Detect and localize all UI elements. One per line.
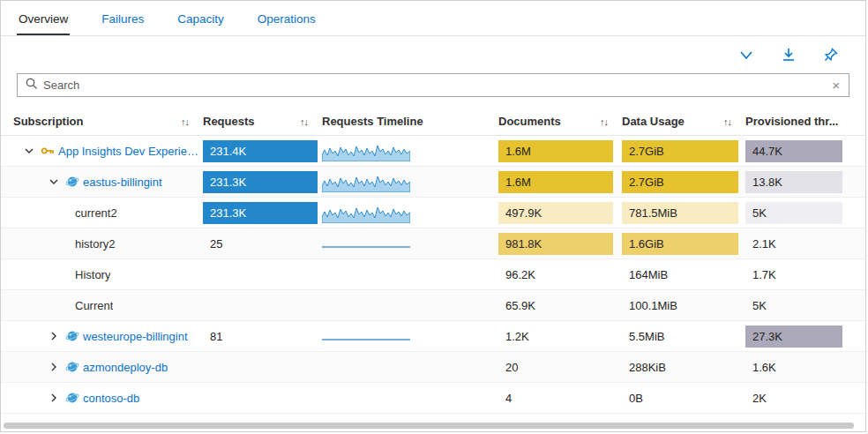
row-label[interactable]: current2: [75, 206, 117, 220]
data-usage-value-bar: 5.5MiB: [622, 326, 738, 348]
sparkline-chart: [322, 171, 412, 192]
expander-chevron-icon[interactable]: [47, 393, 61, 403]
sort-icon: ↑↓: [181, 116, 189, 127]
documents-value-bar: 497.9K: [498, 202, 613, 224]
sparkline-chart: [322, 326, 412, 347]
row-label[interactable]: Current: [75, 299, 113, 312]
requests-timeline-cell: [322, 202, 498, 223]
flat-sparkline: [322, 246, 410, 248]
column-header-data-usage[interactable]: Data Usage ↑↓: [622, 115, 745, 128]
search-input[interactable]: [38, 79, 830, 92]
requests-timeline-cell: [322, 233, 498, 254]
provisioned-value-bar: 1.7K: [745, 264, 842, 286]
requests-timeline-cell: [322, 356, 498, 378]
data-usage-value-bar: 1.6GiB: [622, 233, 738, 255]
tab-capacity[interactable]: Capacity: [176, 4, 226, 35]
expander-chevron-icon[interactable]: [47, 176, 61, 187]
sparkline-chart: [322, 233, 412, 254]
tab-bar: Overview Failures Capacity Operations: [1, 1, 865, 36]
expander-chevron-icon[interactable]: [47, 362, 61, 372]
row-label[interactable]: contoso-db: [83, 392, 139, 405]
data-usage-cell: 288KiB: [622, 356, 745, 378]
provisioned-value-bar: 5K: [745, 202, 842, 224]
provisioned-throughput-cell: 2.1K: [745, 233, 853, 255]
provisioned-throughput-cell: 1.7K: [745, 264, 853, 286]
data-usage-value-bar: 781.5MiB: [622, 202, 738, 224]
provisioned-value-bar: 2.1K: [745, 233, 842, 255]
subscription-cell: Current: [13, 299, 203, 312]
documents-cell: 4: [498, 387, 622, 409]
column-header-requests-timeline[interactable]: Requests Timeline: [322, 115, 498, 128]
column-header-documents[interactable]: Documents ↑↓: [498, 115, 622, 128]
column-header-subscription[interactable]: Subscription ↑↓: [13, 115, 203, 128]
documents-value-bar: 1.6M: [498, 171, 613, 193]
row-label[interactable]: eastus-billingint: [83, 176, 162, 189]
requests-value-bar: 231.3K: [203, 171, 318, 193]
data-usage-cell: 2.7GiB: [622, 140, 745, 162]
documents-value-bar: 20: [498, 356, 613, 378]
requests-cell: 231.4K: [203, 140, 322, 162]
search-icon: [25, 77, 38, 94]
column-header-requests[interactable]: Requests ↑↓: [203, 115, 322, 128]
pin-icon[interactable]: [823, 47, 839, 63]
column-label: Provisioned thr...: [745, 115, 838, 128]
subscription-cell: current2: [13, 206, 203, 220]
workbook-panel: Overview Failures Capacity Operations × …: [0, 0, 866, 432]
row-label[interactable]: azmondeploy-db: [83, 361, 168, 374]
sort-icon: ↑↓: [600, 116, 608, 127]
row-label[interactable]: App Insights Dev Experience: [58, 145, 203, 158]
data-usage-value-bar: 0B: [622, 387, 738, 409]
provisioned-value-bar: 2K: [745, 387, 842, 409]
scrollbar-thumb[interactable]: [4, 423, 854, 429]
sort-icon: ↑↓: [723, 116, 731, 127]
tab-overview[interactable]: Overview: [17, 4, 70, 35]
cosmos-db-icon: [65, 175, 79, 189]
tab-operations[interactable]: Operations: [256, 4, 318, 35]
data-usage-cell: 5.5MiB: [622, 326, 745, 348]
row-label[interactable]: westeurope-billingint: [83, 330, 188, 343]
column-label: Requests Timeline: [322, 115, 423, 128]
sparkline-chart: [322, 140, 412, 161]
subscription-cell: contoso-db: [13, 391, 203, 405]
column-header-provisioned-throughput[interactable]: Provisioned thr...: [745, 115, 853, 128]
documents-cell: 20: [498, 356, 622, 378]
subscription-cell: azmondeploy-db: [13, 360, 203, 374]
requests-value-bar: [203, 356, 318, 378]
documents-cell: 981.8K: [498, 233, 622, 255]
requests-value-bar: 231.3K: [203, 202, 318, 224]
horizontal-scrollbar[interactable]: [4, 423, 863, 429]
table-row: eastus-billingint 231.3K 1.6M 2.7GiB 13.…: [1, 167, 865, 198]
provisioned-value-bar: 27.3K: [745, 326, 842, 348]
expander-chevron-icon[interactable]: [47, 331, 61, 341]
requests-timeline-cell: [322, 171, 498, 192]
requests-value-bar: 25: [203, 233, 318, 255]
expander-chevron-icon[interactable]: [22, 146, 36, 156]
subscription-cell: history2: [13, 237, 203, 251]
flat-sparkline: [322, 339, 410, 340]
provisioned-throughput-cell: 1.6K: [745, 356, 853, 378]
provisioned-throughput-cell: 44.7K: [745, 140, 853, 162]
download-icon[interactable]: [781, 47, 797, 63]
provisioned-throughput-cell: 5K: [745, 295, 853, 317]
subscription-cell: History: [13, 268, 203, 281]
table-row: history2 25 981.8K 1.6GiB 2.1K: [1, 228, 865, 259]
row-label[interactable]: History: [75, 268, 110, 281]
provisioned-throughput-cell: 13.8K: [745, 171, 853, 193]
row-label[interactable]: history2: [75, 237, 116, 251]
tab-failures[interactable]: Failures: [100, 4, 146, 35]
column-label: Data Usage: [622, 115, 685, 128]
chevron-down-icon[interactable]: [738, 47, 754, 63]
table-header: Subscription ↑↓ Requests ↑↓ Requests Tim…: [1, 108, 865, 136]
search-clear-icon[interactable]: ×: [830, 78, 842, 93]
sparkline-chart: [322, 387, 412, 408]
table-row: App Insights Dev Experience 231.4K 1.6M …: [1, 136, 865, 167]
grid-toolbar: [1, 36, 865, 73]
documents-value-bar: 65.9K: [498, 295, 613, 317]
requests-cell: [203, 264, 322, 286]
requests-value-bar: [203, 295, 318, 317]
requests-cell: 231.3K: [203, 171, 322, 193]
provisioned-value-bar: 44.7K: [745, 140, 842, 162]
provisioned-throughput-cell: 27.3K: [745, 326, 853, 348]
requests-cell: [203, 356, 322, 378]
sparkline-chart: [322, 295, 412, 316]
